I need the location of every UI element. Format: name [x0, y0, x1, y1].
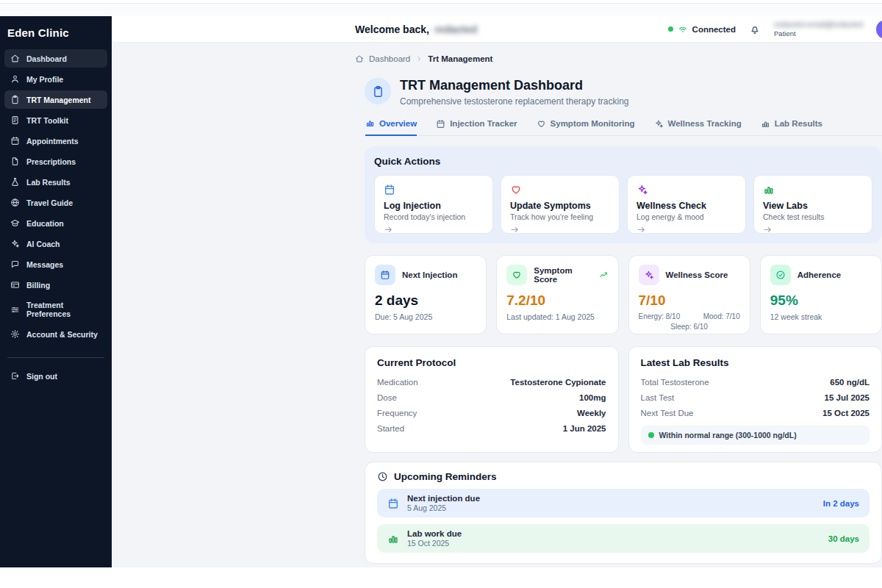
header-right-cluster: Connected redacted-email@redacted Patien…	[668, 20, 882, 39]
clipboard-icon	[372, 85, 384, 98]
flask-icon	[10, 177, 20, 187]
sidebar-divider	[7, 357, 104, 358]
reminder-next-injection[interactable]: Next injection due 5 Aug 2025 In 2 days	[377, 489, 870, 517]
sidebar-item-label: TRT Toolkit	[26, 116, 68, 125]
arrow-right-icon	[763, 225, 772, 234]
sidebar-item-billing[interactable]: Billing	[4, 276, 107, 294]
sidebar-item-label: TRT Management	[26, 96, 91, 104]
globe-icon	[10, 198, 20, 207]
breadcrumb-dashboard-link[interactable]: Dashboard	[369, 54, 410, 63]
sidebar-item-trt-management[interactable]: TRT Management	[4, 90, 107, 109]
status-dot-icon	[648, 432, 654, 438]
quick-action-log-injection[interactable]: Log Injection Record today's injection	[374, 175, 493, 234]
quick-action-description: Track how you're feeling	[510, 212, 610, 221]
sidebar-item-account-security[interactable]: Account & Security	[4, 325, 107, 343]
stat-subtext: Due: 5 Aug 2025	[375, 312, 476, 321]
row-value: 1 Jun 2025	[563, 424, 606, 433]
sidebar-item-education[interactable]: Education	[4, 214, 107, 232]
sign-out-label: Sign out	[26, 372, 57, 381]
user-info[interactable]: redacted-email@redacted Patient	[774, 20, 863, 38]
stat-value: 2 days	[375, 293, 476, 309]
reminder-title: Next injection due	[407, 494, 480, 503]
notification-bell-icon[interactable]	[749, 24, 761, 35]
detail-cards-row: Current Protocol Medication Testosterone…	[365, 346, 882, 453]
sidebar-item-ai-coach[interactable]: AI Coach	[4, 234, 107, 253]
sidebar-item-label: My Profile	[26, 75, 63, 84]
reminder-lab-work[interactable]: Lab work due 15 Oct 2025 30 days	[377, 524, 870, 553]
clipboard-icon	[10, 95, 20, 104]
sidebar-item-my-profile[interactable]: My Profile	[4, 70, 107, 88]
sliders-icon	[10, 305, 20, 315]
protocol-row-frequency: Frequency Weekly	[377, 405, 606, 420]
toolkit-icon	[10, 115, 20, 125]
page-subtitle: Comprehensive testosterone replacement t…	[400, 96, 629, 107]
lab-row-last-test: Last Test 15 Jul 2025	[641, 390, 870, 405]
chat-icon	[10, 259, 20, 269]
breadcrumb-current: Trt Management	[428, 54, 492, 63]
sparkles-icon	[10, 239, 20, 248]
tab-bar: Overview Injection Tracker Symptom Monit…	[365, 118, 882, 136]
bar-chart-icon	[763, 184, 775, 196]
row-value: Weekly	[577, 409, 606, 417]
quick-action-description: Record today's injection	[384, 212, 484, 221]
sidebar-item-lab-results[interactable]: Lab Results	[4, 173, 107, 191]
heart-icon	[506, 265, 527, 285]
avatar[interactable]	[876, 20, 882, 39]
calendar-icon	[387, 498, 399, 509]
row-label: Medication	[377, 378, 418, 387]
sidebar-item-label: Appointments	[26, 137, 79, 146]
sidebar-item-label: Messages	[26, 260, 63, 269]
sidebar-item-travel-guide[interactable]: Travel Guide	[4, 193, 107, 212]
tab-wellness-tracking[interactable]: Wellness Tracking	[654, 118, 742, 135]
sparkles-icon	[639, 265, 659, 285]
sidebar-item-label: Treatment Preferences	[26, 301, 101, 318]
row-label: Dose	[377, 393, 397, 402]
latest-lab-results-card: Latest Lab Results Total Testosterone 65…	[628, 346, 882, 453]
quick-actions-heading: Quick Actions	[374, 156, 872, 167]
page-content: Dashboard Trt Management TRT Management …	[112, 43, 882, 567]
row-label: Next Test Due	[641, 409, 694, 417]
tab-overview[interactable]: Overview	[365, 118, 417, 136]
tab-symptom-monitoring[interactable]: Symptom Monitoring	[537, 118, 635, 135]
quick-action-wellness-check[interactable]: Wellness Check Log energy & mood	[627, 175, 746, 234]
stat-value: 7.2/10	[506, 293, 608, 309]
app-window: Eden Clinic Dashboard My Profile TRT Man…	[0, 16, 882, 567]
sign-out-button[interactable]: Sign out	[4, 367, 107, 385]
reminder-title: Lab work due	[407, 529, 462, 538]
quick-action-view-labs[interactable]: View Labs Check test results	[753, 175, 872, 234]
sidebar-item-treatment-preferences[interactable]: Treatment Preferences	[4, 296, 107, 323]
tab-injection-tracker[interactable]: Injection Tracker	[436, 118, 517, 135]
reminder-badge: In 2 days	[823, 499, 859, 508]
welcome-prefix: Welcome back,	[355, 24, 429, 35]
stat-subtext: 12 week streak	[770, 312, 872, 321]
sidebar-item-label: AI Coach	[26, 240, 60, 248]
sidebar-item-messages[interactable]: Messages	[4, 255, 107, 273]
quick-action-description: Check test results	[763, 212, 863, 221]
welcome-message: Welcome back, redacted	[355, 24, 477, 35]
sidebar-item-label: Education	[26, 219, 64, 228]
row-label: Last Test	[641, 393, 675, 402]
lab-status-note: Within normal range (300-1000 ng/dL)	[641, 426, 870, 445]
stat-subtext: Last updated: 1 Aug 2025	[506, 312, 608, 321]
sidebar: Eden Clinic Dashboard My Profile TRT Man…	[0, 16, 112, 567]
sidebar-item-trt-toolkit[interactable]: TRT Toolkit	[4, 111, 107, 129]
lab-status-text: Within normal range (300-1000 ng/dL)	[659, 431, 797, 440]
quick-action-update-symptoms[interactable]: Update Symptoms Track how you're feeling	[501, 175, 620, 234]
browser-chrome-strip	[0, 4, 882, 15]
sidebar-item-dashboard[interactable]: Dashboard	[4, 49, 107, 68]
stat-card-adherence: Adherence 95% 12 week streak	[760, 255, 882, 334]
sidebar-item-appointments[interactable]: Appointments	[4, 132, 107, 150]
online-dot-icon	[668, 26, 673, 32]
wellness-sleep: Sleep: 6/10	[639, 323, 740, 331]
stat-label: Adherence	[797, 270, 841, 279]
reminder-date: 15 Oct 2025	[407, 539, 462, 548]
tab-label: Overview	[379, 119, 417, 128]
redacted-username: redacted	[434, 24, 477, 35]
quick-action-description: Log energy & mood	[637, 212, 736, 221]
top-header-bar: Welcome back, redacted Connected redacte…	[112, 16, 882, 43]
sidebar-item-prescriptions[interactable]: Prescriptions	[4, 152, 107, 171]
tab-lab-results[interactable]: Lab Results	[761, 118, 822, 135]
calendar-icon	[436, 119, 445, 129]
row-value: 650 ng/dL	[830, 378, 870, 387]
wellness-mood: Mood: 7/10	[703, 312, 740, 320]
